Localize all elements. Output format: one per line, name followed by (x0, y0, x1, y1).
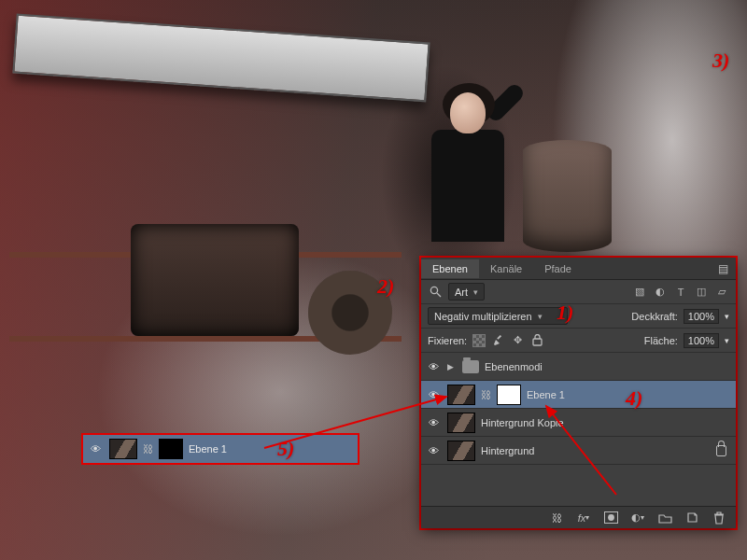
detached-layer-strip[interactable]: 👁 ⛓ Ebene 1 (83, 435, 358, 463)
filter-adjust-icon[interactable]: ◐ (653, 285, 668, 300)
tab-layers[interactable]: Ebenen (421, 259, 479, 278)
filter-type-label: Art (455, 287, 468, 298)
opacity-value[interactable]: 100% (684, 309, 719, 324)
visibility-icon[interactable]: 👁 (425, 361, 442, 372)
layers-list: 👁 ▶ Ebenenmodi 👁 ⛓ Ebene 1 👁 Hintergrund… (421, 353, 736, 493)
mask-link-icon[interactable]: ⛓ (143, 443, 153, 455)
layers-panel: Ebenen Kanäle Pfade ▤ Art ▾ ▧ ◐ T ◫ ▱ Ne… (421, 258, 736, 528)
blend-row: Negativ multiplizieren ▾ Deckkraft: 100%… (421, 304, 736, 329)
layer-name: Ebene 1 (189, 443, 227, 455)
opacity-label: Deckkraft: (631, 311, 678, 322)
lock-pixels-icon[interactable] (491, 333, 505, 347)
layer-ebene-1[interactable]: 👁 ⛓ Ebene 1 (421, 381, 736, 409)
filter-type-icon[interactable]: T (673, 285, 688, 300)
svg-line-1 (437, 293, 441, 297)
filter-shape-icon[interactable]: ◫ (694, 285, 709, 300)
adjustment-layer-icon[interactable]: ◐▾ (630, 511, 645, 525)
layer-name: Hintergrund (481, 445, 534, 456)
lock-label: Fixieren: (428, 335, 467, 346)
filter-image-icon[interactable]: ▧ (632, 285, 647, 300)
add-mask-icon[interactable] (603, 511, 618, 525)
svg-point-5 (608, 514, 614, 521)
disclosure-icon[interactable]: ▶ (447, 362, 457, 371)
chevron-down-icon[interactable]: ▾ (725, 336, 729, 345)
layer-thumbnail[interactable] (447, 441, 475, 461)
layer-thumbnail[interactable] (447, 413, 475, 433)
fx-icon[interactable]: fx▾ (576, 511, 591, 525)
layer-name: Ebene 1 (527, 389, 565, 400)
panel-footer: ⛓ fx▾ ◐▾ (421, 506, 736, 528)
fill-label: Fläche: (644, 335, 678, 346)
annotation-3: 3) (712, 50, 729, 71)
panel-menu-icon[interactable]: ▤ (711, 262, 736, 275)
tab-paths[interactable]: Pfade (533, 259, 583, 278)
visibility-icon[interactable]: 👁 (425, 417, 442, 428)
new-group-icon[interactable] (657, 511, 672, 525)
lock-all-icon[interactable] (530, 333, 544, 347)
blend-mode-value: Negativ multiplizieren (434, 311, 532, 322)
filter-row: Art ▾ ▧ ◐ T ◫ ▱ (421, 280, 736, 304)
layer-hintergrund-kopie[interactable]: 👁 Hintergrund Kopie (421, 409, 736, 437)
blend-mode-select[interactable]: Negativ multiplizieren ▾ (428, 307, 568, 325)
tab-channels[interactable]: Kanäle (479, 259, 533, 278)
layer-hintergrund[interactable]: 👁 Hintergrund (421, 437, 736, 465)
visibility-icon[interactable]: 👁 (425, 389, 442, 400)
mask-link-icon[interactable]: ⛓ (481, 389, 491, 400)
layer-thumbnail[interactable] (109, 439, 137, 459)
annotation-2: 2) (377, 276, 394, 297)
annotation-4: 4) (626, 388, 642, 409)
panel-tabs: Ebenen Kanäle Pfade ▤ (421, 258, 736, 280)
lock-position-icon[interactable]: ✥ (511, 333, 525, 347)
search-icon (428, 285, 443, 300)
foreground-pipes (0, 196, 420, 420)
folder-icon (462, 360, 479, 373)
visibility-icon[interactable]: 👁 (87, 443, 104, 455)
layer-mask-thumbnail[interactable] (497, 385, 521, 405)
annotation-1: 1) (557, 302, 573, 323)
link-layers-icon[interactable]: ⛓ (549, 511, 564, 525)
annotation-5: 5) (277, 439, 294, 459)
chevron-down-icon: ▾ (473, 287, 478, 297)
lock-transparency-icon[interactable] (472, 334, 486, 347)
svg-rect-3 (533, 339, 542, 345)
new-layer-icon[interactable] (684, 511, 699, 525)
fill-value[interactable]: 100% (684, 333, 719, 348)
layer-thumbnail[interactable] (447, 385, 475, 405)
svg-rect-2 (497, 335, 501, 340)
lock-icon (716, 445, 726, 456)
svg-point-0 (430, 287, 437, 293)
layer-name: Ebenenmodi (485, 361, 543, 372)
filter-type-select[interactable]: Art ▾ (448, 283, 485, 301)
layer-mask-thumbnail[interactable] (159, 439, 183, 459)
filter-smart-icon[interactable]: ▱ (714, 285, 729, 300)
chevron-down-icon: ▾ (538, 312, 543, 321)
layer-name: Hintergrund Kopie (481, 417, 564, 428)
delete-layer-icon[interactable] (712, 511, 726, 525)
visibility-icon[interactable]: 👁 (425, 445, 442, 456)
layer-group-ebenenmodi[interactable]: 👁 ▶ Ebenenmodi (421, 353, 736, 381)
lock-row: Fixieren: ✥ Fläche: 100% ▾ (421, 329, 736, 353)
chevron-down-icon[interactable]: ▾ (725, 312, 729, 321)
